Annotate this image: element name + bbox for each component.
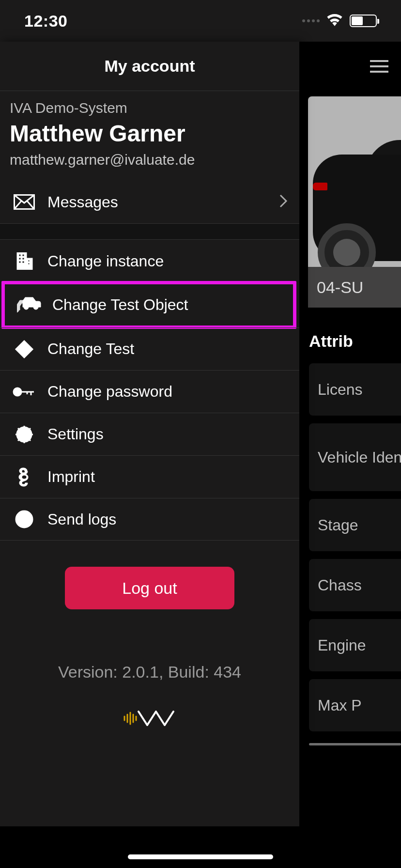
menu-item-label: Settings	[39, 425, 288, 443]
settings-row[interactable]: Settings	[0, 413, 299, 455]
change-test-object-row[interactable]: Change Test Object	[5, 284, 293, 326]
cellular-dots-icon	[302, 19, 320, 22]
attribute-row[interactable]: Chass	[309, 559, 401, 611]
svg-point-18	[24, 514, 25, 516]
battery-icon	[350, 15, 377, 27]
svg-rect-1	[17, 252, 27, 270]
attribute-row[interactable]: Licens	[309, 363, 401, 416]
send-logs-row[interactable]: Send logs	[0, 498, 299, 541]
home-indicator	[128, 854, 273, 859]
account-panel: My account IVA Demo-System Matthew Garne…	[0, 42, 299, 826]
background-content: 04-SU Attrib Licens Vehicle Identificati…	[299, 42, 401, 826]
svg-rect-8	[22, 261, 24, 263]
cars-icon	[15, 297, 44, 313]
vehicle-card[interactable]: 04-SU	[308, 96, 401, 308]
attribute-row[interactable]: Vehicle Identification Number	[309, 423, 401, 491]
messages-label: Messages	[39, 193, 279, 211]
menu-item-label: Change password	[39, 383, 288, 401]
system-name: IVA Demo-System	[10, 100, 299, 116]
status-indicators	[302, 14, 377, 28]
info-icon	[10, 510, 39, 529]
chevron-right-icon	[279, 194, 288, 210]
svg-rect-4	[22, 254, 24, 256]
gear-icon	[10, 425, 39, 444]
user-name: Matthew Garner	[10, 120, 299, 147]
attribute-row[interactable]: Max P	[309, 679, 401, 731]
hamburger-menu-icon[interactable]	[370, 60, 388, 73]
change-test-row[interactable]: Change Test	[0, 327, 299, 370]
svg-rect-6	[22, 258, 24, 260]
status-time: 12:30	[24, 12, 67, 31]
svg-rect-5	[19, 258, 21, 260]
svg-rect-3	[19, 254, 21, 256]
user-info: IVA Demo-System Matthew Garner matthew.g…	[0, 91, 299, 181]
key-icon	[10, 386, 39, 398]
brand-logo	[0, 708, 299, 729]
attribute-row[interactable]: Engine	[309, 619, 401, 671]
menu-item-label: Change Test	[39, 340, 288, 358]
svg-point-13	[16, 391, 18, 393]
building-icon	[10, 252, 39, 270]
menu-item-label: Imprint	[39, 468, 288, 486]
status-bar: 12:30	[0, 0, 401, 42]
version-label: Version: 2.0.1, Build: 434	[0, 663, 299, 682]
messages-row[interactable]: Messages	[0, 181, 299, 223]
change-password-row[interactable]: Change password	[0, 370, 299, 413]
imprint-row[interactable]: Imprint	[0, 455, 299, 498]
highlight-frame: Change Test Object	[1, 281, 296, 329]
svg-rect-7	[19, 261, 21, 263]
svg-rect-9	[28, 260, 30, 262]
svg-rect-10	[28, 263, 30, 264]
vehicle-card-label: 04-SU	[308, 267, 401, 308]
menu-item-label: Send logs	[39, 511, 288, 528]
menu-item-label: Change instance	[39, 252, 288, 270]
logout-button[interactable]: Log out	[65, 567, 234, 609]
vehicle-image	[308, 96, 401, 267]
section-divider	[0, 223, 299, 240]
route-sign-icon	[10, 340, 39, 359]
envelope-icon	[10, 194, 39, 210]
change-instance-row[interactable]: Change instance	[0, 240, 299, 282]
attribute-row[interactable]: Stage	[309, 499, 401, 551]
page-title: My account	[0, 42, 299, 91]
scroll-indicator	[309, 743, 401, 745]
attributes-heading: Attrib	[309, 332, 401, 351]
user-email: matthew.garner@ivaluate.de	[10, 152, 299, 168]
wifi-icon	[326, 14, 343, 28]
menu-item-label: Change Test Object	[44, 296, 281, 314]
section-sign-icon	[10, 467, 39, 487]
